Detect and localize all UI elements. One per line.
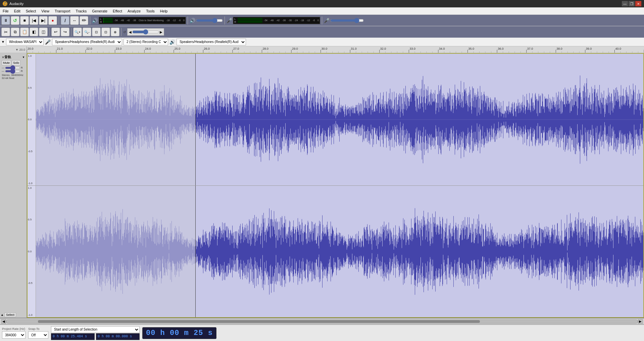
pan-slider[interactable]	[5, 70, 20, 72]
speed-decrease[interactable]: ◀	[129, 30, 132, 34]
separator4	[225, 16, 225, 25]
recording-volume-slider[interactable]	[330, 19, 364, 22]
playback-device-select[interactable]: Speakers/Headphones (Realtek(R) Audi	[52, 39, 122, 45]
ruler-content: 20.021.022.023.024.025.026.027.028.029.0…	[27, 46, 644, 53]
ruler-spacer: ▼ 20.0	[0, 46, 27, 53]
cut-button[interactable]: ✂	[1, 28, 10, 36]
menu-tools[interactable]: Tools	[143, 7, 157, 15]
speed-increase[interactable]: ▶	[160, 30, 162, 34]
trim-button[interactable]: ◧	[30, 28, 38, 36]
track-expand-icon[interactable]: ▲	[1, 313, 4, 316]
copy-button[interactable]: ⧉	[11, 28, 19, 36]
menu-edit[interactable]: Edit	[11, 7, 23, 15]
paste-button[interactable]: 📋	[20, 28, 29, 36]
skip-forward-button[interactable]: ▶|	[39, 16, 48, 25]
record-button[interactable]: ●	[48, 16, 57, 25]
menu-effect[interactable]: Effect	[110, 7, 125, 15]
playhead-2	[195, 186, 196, 317]
scroll-right-button[interactable]: ▶	[638, 319, 643, 324]
silence-button[interactable]: ◫	[39, 28, 48, 36]
recording-icon: 🎤	[227, 18, 232, 23]
selection-tool-button[interactable]: I	[61, 16, 69, 25]
loop-button[interactable]: ↺	[11, 16, 19, 25]
envelope-tool-button[interactable]: ↔	[70, 16, 79, 25]
mic-icon: 🎤	[45, 39, 51, 45]
recording-volume-icon: 🎤	[324, 18, 330, 23]
selection-info-section: Start and Length of Selection Start and …	[51, 326, 140, 340]
minimize-button[interactable]: —	[622, 1, 628, 6]
project-rate-section: Project Rate (Hz) 384000 44100 48000	[2, 327, 26, 339]
svg-text:34.0: 34.0	[439, 47, 445, 50]
project-rate-select[interactable]: 384000 44100 48000	[2, 331, 26, 339]
svg-text:20.0: 20.0	[28, 47, 34, 50]
app-title: Audacity	[9, 2, 23, 6]
zoom-fit-button[interactable]: ⊡	[101, 28, 110, 36]
menu-tracks[interactable]: Tracks	[73, 7, 90, 15]
separator7	[71, 28, 71, 36]
pan-l-label: —	[2, 70, 4, 73]
svg-text:35.0: 35.0	[468, 47, 475, 50]
zoom-in-button[interactable]: 🔍+	[73, 28, 82, 36]
status-bar: Project Rate (Hz) 384000 44100 48000 Sna…	[0, 324, 644, 341]
time-display: 00 h 00 m 25 s	[142, 327, 216, 339]
track-close-button[interactable]: ✕	[2, 55, 4, 59]
svg-text:37.0: 37.0	[527, 47, 533, 50]
volume-slider[interactable]	[196, 19, 223, 22]
playback-volume-icon: 🔊	[92, 18, 98, 23]
selection-mode-dropdown[interactable]: Start and Length of Selection Start and …	[51, 326, 140, 333]
speaker-icon: 🔊	[169, 39, 175, 45]
menu-analyze[interactable]: Analyze	[125, 7, 143, 15]
menu-select[interactable]: Select	[23, 7, 39, 15]
title-bar: 🎵 Audacity — ❐ ✕	[0, 0, 644, 7]
restore-button[interactable]: ❐	[629, 1, 635, 6]
horizontal-scrollbar[interactable]	[6, 319, 638, 324]
separator5	[322, 16, 322, 25]
menu-transport[interactable]: Transport	[52, 7, 73, 15]
host-select[interactable]: Windows WASAPI	[6, 39, 44, 45]
undo-button[interactable]: ↩	[51, 28, 60, 36]
speed-slider[interactable]	[132, 31, 159, 33]
pause-button[interactable]: ⏸	[1, 16, 10, 25]
gain-l-label: —	[2, 66, 4, 69]
waveform-channel-1[interactable]: 1.0 0.5 0.0 -0.5 -1.0	[28, 54, 643, 186]
svg-text:32.0: 32.0	[380, 47, 386, 50]
selection-region-1	[36, 54, 195, 185]
draw-tool-button[interactable]: ✏	[80, 16, 88, 25]
menu-help[interactable]: Help	[157, 7, 170, 15]
svg-text:25.0: 25.0	[175, 47, 181, 50]
waveform-scale-1: 1.0 0.5 0.0 -0.5 -1.0	[28, 54, 36, 185]
separator1	[59, 16, 59, 25]
svg-text:33.0: 33.0	[409, 47, 415, 50]
snap-to-label: Snap-To	[28, 327, 48, 331]
menu-generate[interactable]: Generate	[89, 7, 110, 15]
stop-button[interactable]: ■	[20, 16, 29, 25]
recording-device-select[interactable]: Speakers/Headphones (Realtek(R) Aud	[177, 39, 246, 45]
zoom-reset-button[interactable]: ⊕	[111, 28, 119, 36]
separator2	[90, 16, 90, 25]
collapse-arrow-icon[interactable]: ▼	[1, 40, 5, 44]
app-icon: 🎵	[3, 1, 7, 6]
menu-file[interactable]: File	[0, 7, 11, 15]
svg-text:31.0: 31.0	[351, 47, 357, 50]
selection-start-input[interactable]	[51, 333, 95, 340]
pan-r-label: R	[21, 70, 23, 73]
snap-to-select[interactable]: Off On	[28, 331, 48, 339]
redo-button[interactable]: ↪	[61, 28, 69, 36]
device-bar: ▼ Windows WASAPI 🎤 Speakers/Headphones (…	[0, 38, 644, 46]
skip-back-button[interactable]: |◀	[30, 16, 38, 25]
channels-select[interactable]: 2 (Stereo) Recording C	[123, 39, 168, 45]
close-button[interactable]: ✕	[635, 1, 641, 6]
svg-text:22.0: 22.0	[86, 47, 92, 50]
track-label: ✕ 音轨 ▼ Mute Solo — R —	[0, 53, 27, 318]
waveform-channel-2[interactable]: 1.0 0.5 0.0 -0.5 -1.0	[28, 186, 643, 317]
selection-end-input[interactable]	[96, 333, 140, 340]
scrollbar-thumb[interactable]	[38, 320, 480, 323]
ruler-svg: 20.021.022.023.024.025.026.027.028.029.0…	[27, 46, 644, 53]
zoom-out-button[interactable]: 🔍-	[83, 28, 91, 36]
select-button[interactable]: Select	[4, 312, 16, 317]
menu-view[interactable]: View	[39, 7, 52, 15]
track-dropdown-icon[interactable]: ▼	[22, 56, 25, 59]
track-info: Stereo, 384000Hz32-bit float	[2, 74, 25, 80]
scroll-left-button[interactable]: ◀	[1, 319, 6, 324]
zoom-selection-button[interactable]: ⊡	[92, 28, 101, 36]
